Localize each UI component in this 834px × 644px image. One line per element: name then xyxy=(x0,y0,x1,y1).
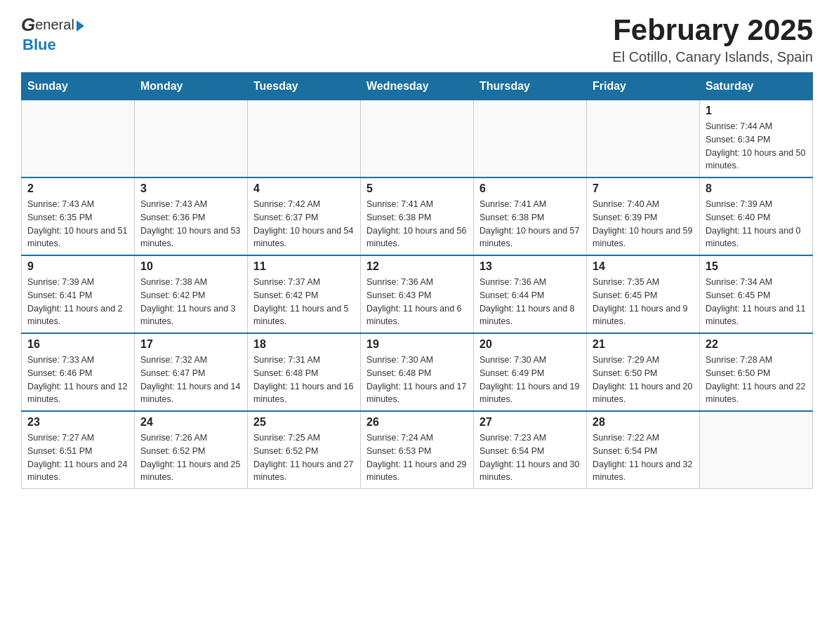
day-info: Sunrise: 7:22 AMSunset: 6:54 PMDaylight:… xyxy=(593,431,694,484)
calendar-day-cell: 15Sunrise: 7:34 AMSunset: 6:45 PMDayligh… xyxy=(700,255,813,333)
calendar-day-cell: 1Sunrise: 7:44 AMSunset: 6:34 PMDaylight… xyxy=(700,100,813,178)
calendar-day-cell: 14Sunrise: 7:35 AMSunset: 6:45 PMDayligh… xyxy=(587,255,700,333)
day-info: Sunrise: 7:39 AMSunset: 6:41 PMDaylight:… xyxy=(27,276,128,328)
day-info: Sunrise: 7:33 AMSunset: 6:46 PMDaylight:… xyxy=(27,354,128,406)
day-info: Sunrise: 7:28 AMSunset: 6:50 PMDaylight:… xyxy=(706,354,807,406)
day-info: Sunrise: 7:39 AMSunset: 6:40 PMDaylight:… xyxy=(706,198,807,250)
calendar-day-cell: 17Sunrise: 7:32 AMSunset: 6:47 PMDayligh… xyxy=(135,333,248,411)
calendar-header-row: SundayMondayTuesdayWednesdayThursdayFrid… xyxy=(22,73,813,100)
calendar-day-cell: 13Sunrise: 7:36 AMSunset: 6:44 PMDayligh… xyxy=(474,255,587,333)
day-number: 14 xyxy=(593,260,694,273)
day-number: 11 xyxy=(253,260,355,273)
calendar-day-cell xyxy=(474,100,587,178)
day-number: 13 xyxy=(479,260,581,273)
calendar-day-header: Friday xyxy=(587,73,700,100)
day-number: 22 xyxy=(706,338,807,351)
logo-arrow-icon xyxy=(77,20,84,32)
day-number: 3 xyxy=(140,182,241,195)
day-number: 24 xyxy=(140,416,241,429)
day-number: 9 xyxy=(27,260,128,273)
calendar-title: February 2025 xyxy=(612,14,813,46)
day-info: Sunrise: 7:44 AMSunset: 6:34 PMDaylight:… xyxy=(706,120,807,173)
calendar-day-cell: 27Sunrise: 7:23 AMSunset: 6:54 PMDayligh… xyxy=(474,411,587,489)
calendar-day-cell: 10Sunrise: 7:38 AMSunset: 6:42 PMDayligh… xyxy=(135,255,248,333)
calendar-day-cell: 4Sunrise: 7:42 AMSunset: 6:37 PMDaylight… xyxy=(248,177,361,255)
calendar-day-cell: 2Sunrise: 7:43 AMSunset: 6:35 PMDaylight… xyxy=(22,177,135,255)
calendar-day-cell: 24Sunrise: 7:26 AMSunset: 6:52 PMDayligh… xyxy=(135,411,248,489)
day-number: 25 xyxy=(253,416,355,429)
logo-general: eneral xyxy=(35,17,74,33)
day-info: Sunrise: 7:26 AMSunset: 6:52 PMDaylight:… xyxy=(140,431,241,484)
day-info: Sunrise: 7:43 AMSunset: 6:36 PMDaylight:… xyxy=(140,198,241,250)
calendar-day-cell xyxy=(22,100,135,178)
calendar-day-cell xyxy=(587,100,700,178)
calendar-day-cell: 18Sunrise: 7:31 AMSunset: 6:48 PMDayligh… xyxy=(248,333,361,411)
day-number: 23 xyxy=(27,416,128,429)
logo-blue: Blue xyxy=(22,36,56,53)
calendar-week-row: 16Sunrise: 7:33 AMSunset: 6:46 PMDayligh… xyxy=(22,333,813,411)
page-header: G eneral Blue February 2025 El Cotillo, … xyxy=(21,14,813,65)
calendar-subtitle: El Cotillo, Canary Islands, Spain xyxy=(612,49,813,65)
calendar-day-cell xyxy=(248,100,361,178)
day-info: Sunrise: 7:36 AMSunset: 6:44 PMDaylight:… xyxy=(479,276,581,328)
calendar-day-cell: 8Sunrise: 7:39 AMSunset: 6:40 PMDaylight… xyxy=(700,177,813,255)
calendar-day-cell xyxy=(361,100,474,178)
calendar-day-cell: 5Sunrise: 7:41 AMSunset: 6:38 PMDaylight… xyxy=(361,177,474,255)
day-number: 16 xyxy=(27,338,128,351)
calendar-day-header: Monday xyxy=(135,73,248,100)
day-info: Sunrise: 7:35 AMSunset: 6:45 PMDaylight:… xyxy=(593,276,694,328)
day-number: 12 xyxy=(366,260,468,273)
day-info: Sunrise: 7:30 AMSunset: 6:48 PMDaylight:… xyxy=(366,354,468,406)
calendar-day-cell: 7Sunrise: 7:40 AMSunset: 6:39 PMDaylight… xyxy=(587,177,700,255)
day-number: 19 xyxy=(366,338,468,351)
day-info: Sunrise: 7:32 AMSunset: 6:47 PMDaylight:… xyxy=(140,354,241,406)
calendar-day-header: Sunday xyxy=(22,73,135,100)
day-info: Sunrise: 7:38 AMSunset: 6:42 PMDaylight:… xyxy=(140,276,241,328)
day-number: 10 xyxy=(140,260,241,273)
day-number: 1 xyxy=(706,105,807,117)
calendar-day-cell: 3Sunrise: 7:43 AMSunset: 6:36 PMDaylight… xyxy=(135,177,248,255)
calendar-day-cell: 19Sunrise: 7:30 AMSunset: 6:48 PMDayligh… xyxy=(361,333,474,411)
day-info: Sunrise: 7:37 AMSunset: 6:42 PMDaylight:… xyxy=(253,276,355,328)
calendar-day-header: Wednesday xyxy=(361,73,474,100)
day-info: Sunrise: 7:42 AMSunset: 6:37 PMDaylight:… xyxy=(253,198,355,250)
calendar-day-cell: 12Sunrise: 7:36 AMSunset: 6:43 PMDayligh… xyxy=(361,255,474,333)
day-info: Sunrise: 7:31 AMSunset: 6:48 PMDaylight:… xyxy=(253,354,355,406)
calendar-day-cell: 9Sunrise: 7:39 AMSunset: 6:41 PMDaylight… xyxy=(22,255,135,333)
title-section: February 2025 El Cotillo, Canary Islands… xyxy=(612,14,813,65)
day-number: 4 xyxy=(253,182,355,195)
day-info: Sunrise: 7:25 AMSunset: 6:52 PMDaylight:… xyxy=(253,431,355,484)
calendar-day-cell: 25Sunrise: 7:25 AMSunset: 6:52 PMDayligh… xyxy=(248,411,361,489)
logo: G eneral Blue xyxy=(21,14,84,54)
calendar-day-cell xyxy=(700,411,813,489)
calendar-day-cell: 21Sunrise: 7:29 AMSunset: 6:50 PMDayligh… xyxy=(587,333,700,411)
calendar-week-row: 9Sunrise: 7:39 AMSunset: 6:41 PMDaylight… xyxy=(22,255,813,333)
day-info: Sunrise: 7:29 AMSunset: 6:50 PMDaylight:… xyxy=(593,354,694,406)
calendar-day-cell: 16Sunrise: 7:33 AMSunset: 6:46 PMDayligh… xyxy=(22,333,135,411)
calendar-day-header: Saturday xyxy=(700,73,813,100)
day-number: 17 xyxy=(140,338,241,351)
calendar-day-cell: 20Sunrise: 7:30 AMSunset: 6:49 PMDayligh… xyxy=(474,333,587,411)
calendar-day-cell: 23Sunrise: 7:27 AMSunset: 6:51 PMDayligh… xyxy=(22,411,135,489)
day-info: Sunrise: 7:41 AMSunset: 6:38 PMDaylight:… xyxy=(366,198,468,250)
calendar-day-cell: 11Sunrise: 7:37 AMSunset: 6:42 PMDayligh… xyxy=(248,255,361,333)
day-number: 8 xyxy=(706,182,807,195)
calendar-day-cell: 26Sunrise: 7:24 AMSunset: 6:53 PMDayligh… xyxy=(361,411,474,489)
calendar-day-header: Tuesday xyxy=(248,73,361,100)
day-number: 20 xyxy=(479,338,581,351)
day-info: Sunrise: 7:24 AMSunset: 6:53 PMDaylight:… xyxy=(366,431,468,484)
day-number: 6 xyxy=(479,182,581,195)
day-number: 27 xyxy=(479,416,581,429)
day-number: 18 xyxy=(253,338,355,351)
day-number: 5 xyxy=(366,182,468,195)
calendar-day-header: Thursday xyxy=(474,73,587,100)
day-info: Sunrise: 7:30 AMSunset: 6:49 PMDaylight:… xyxy=(479,354,581,406)
calendar-day-cell: 6Sunrise: 7:41 AMSunset: 6:38 PMDaylight… xyxy=(474,177,587,255)
calendar-week-row: 2Sunrise: 7:43 AMSunset: 6:35 PMDaylight… xyxy=(22,177,813,255)
day-info: Sunrise: 7:43 AMSunset: 6:35 PMDaylight:… xyxy=(27,198,128,250)
day-number: 28 xyxy=(593,416,694,429)
day-info: Sunrise: 7:23 AMSunset: 6:54 PMDaylight:… xyxy=(479,431,581,484)
day-info: Sunrise: 7:34 AMSunset: 6:45 PMDaylight:… xyxy=(706,276,807,328)
day-info: Sunrise: 7:36 AMSunset: 6:43 PMDaylight:… xyxy=(366,276,468,328)
day-number: 26 xyxy=(366,416,468,429)
